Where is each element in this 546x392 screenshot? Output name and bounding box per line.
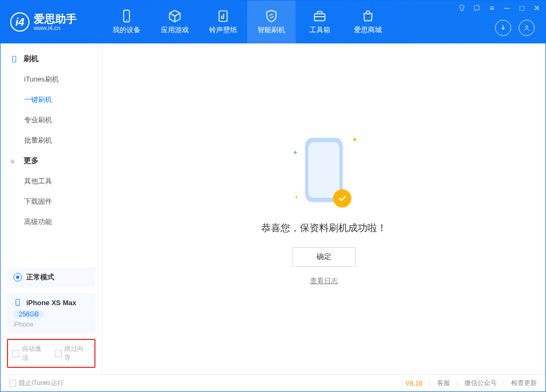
logo-title: 爱思助手 (34, 13, 77, 25)
phone-icon (120, 9, 134, 23)
nav-smart-flash[interactable]: 智能刷机 (247, 1, 296, 43)
sparkle-icon: + (294, 193, 299, 201)
version-label: V8.16 (405, 380, 422, 387)
maximize-button[interactable]: □ (517, 3, 527, 13)
options-box: 自动激活 跳过向导 (7, 339, 95, 368)
sidebar-item-batch-flash[interactable]: 批量刷机 (1, 130, 102, 151)
sidebar-item-oneclick-flash[interactable]: 一键刷机 (1, 90, 102, 110)
customer-service-link[interactable]: 客服 (437, 379, 450, 388)
shield-refresh-icon (264, 9, 278, 23)
feedback-icon[interactable] (471, 3, 482, 13)
success-illustration: ✦ ✦ + (300, 132, 348, 213)
nav-label: 铃声壁纸 (209, 25, 237, 35)
device-box[interactable]: iPhone XS Max 256GB iPhone (7, 293, 95, 334)
bag-icon (361, 9, 375, 23)
section-title: 刷机 (24, 54, 39, 64)
sidebar-item-itunes-flash[interactable]: iTunes刷机 (1, 69, 102, 90)
svg-point-1 (126, 20, 127, 21)
user-icon (522, 24, 531, 32)
sparkle-icon: ✦ (352, 136, 358, 144)
sidebar: 刷机 iTunes刷机 一键刷机 专业刷机 批量刷机 ≡ 更多 其他工具 下载固… (1, 43, 102, 374)
sidebar-item-pro-flash[interactable]: 专业刷机 (1, 110, 102, 130)
download-button[interactable] (495, 20, 511, 36)
list-icon: ≡ (10, 157, 18, 165)
section-title: 更多 (24, 156, 39, 166)
sidebar-section-more: ≡ 更多 (1, 151, 102, 171)
mode-box[interactable]: 正常模式 (7, 267, 95, 287)
close-button[interactable]: ✕ (532, 3, 542, 13)
top-nav: 我的设备 应用游戏 铃声壁纸 智能刷机 工具箱 爱思商城 (102, 1, 392, 43)
checkbox-icon (12, 350, 19, 357)
checkbox-label: 自动激活 (22, 344, 48, 363)
sidebar-item-other-tools[interactable]: 其他工具 (1, 171, 102, 191)
phone-screen-icon (308, 142, 340, 198)
skip-guide-checkbox[interactable]: 跳过向导 (55, 344, 91, 363)
nav-ringtones[interactable]: 铃声壁纸 (199, 1, 247, 43)
logo: i4 爱思助手 www.i4.cn (1, 12, 102, 32)
nav-apps[interactable]: 应用游戏 (151, 1, 199, 43)
mode-indicator-icon (13, 273, 22, 282)
download-icon (499, 24, 507, 32)
svg-point-8 (17, 304, 18, 305)
window-controls: ≡ ─ □ ✕ (456, 3, 542, 13)
cube-icon (168, 9, 182, 23)
main-content: ✦ ✦ + 恭喜您，保资料刷机成功啦！ 确定 查看日志 (102, 43, 545, 374)
nav-label: 爱思商城 (354, 25, 382, 35)
checkbox-icon (55, 350, 62, 357)
footer-right: V8.16 | 客服 | 微信公众号 | 检查更新 (405, 379, 537, 388)
sidebar-item-advanced[interactable]: 高级功能 (1, 212, 102, 232)
device-storage: 256GB (13, 310, 44, 319)
check-badge-icon (333, 189, 351, 208)
success-message: 恭喜您，保资料刷机成功啦！ (261, 221, 387, 234)
nav-toolbox[interactable]: 工具箱 (296, 1, 344, 43)
music-file-icon (216, 9, 230, 23)
logo-icon: i4 (10, 12, 29, 32)
nav-label: 工具箱 (309, 25, 330, 35)
sidebar-section-flash: 刷机 (1, 49, 102, 69)
check-update-link[interactable]: 检查更新 (511, 379, 537, 388)
wechat-link[interactable]: 微信公众号 (464, 379, 497, 388)
sidebar-item-download-firmware[interactable]: 下载固件 (1, 191, 102, 212)
body-area: 刷机 iTunes刷机 一键刷机 专业刷机 批量刷机 ≡ 更多 其他工具 下载固… (1, 43, 545, 374)
auto-activate-checkbox[interactable]: 自动激活 (12, 344, 48, 363)
footer: 阻止iTunes运行 V8.16 | 客服 | 微信公众号 | 检查更新 (1, 374, 545, 391)
app-window: i4 爱思助手 www.i4.cn 我的设备 应用游戏 铃声壁纸 智能刷机 (0, 0, 546, 392)
menu-icon[interactable]: ≡ (486, 3, 497, 13)
nav-label: 应用游戏 (161, 25, 189, 35)
phone-small-icon (13, 298, 22, 307)
logo-text: 爱思助手 www.i4.cn (34, 13, 77, 31)
device-type: iPhone (13, 321, 89, 328)
logo-subtitle: www.i4.cn (34, 25, 77, 31)
device-name: iPhone XS Max (26, 299, 76, 307)
profile-button[interactable] (519, 20, 535, 36)
checkbox-icon (9, 380, 16, 387)
sidebar-list: 刷机 iTunes刷机 一键刷机 专业刷机 批量刷机 ≡ 更多 其他工具 下载固… (1, 43, 102, 262)
toolbox-icon (313, 9, 327, 23)
sparkle-icon: ✦ (292, 149, 298, 157)
svg-rect-6 (12, 56, 16, 62)
titlebar: i4 爱思助手 www.i4.cn 我的设备 应用游戏 铃声壁纸 智能刷机 (1, 1, 545, 43)
header-right-icons (495, 20, 535, 36)
skin-icon[interactable] (456, 3, 467, 13)
view-log-link[interactable]: 查看日志 (310, 276, 338, 286)
sidebar-bottom: 正常模式 iPhone XS Max 256GB iPhone 自动激活 (1, 262, 102, 374)
svg-rect-2 (219, 11, 227, 21)
svg-rect-3 (314, 14, 325, 21)
checkbox-label: 跳过向导 (64, 344, 90, 363)
svg-rect-5 (474, 5, 479, 10)
nav-label: 我的设备 (113, 25, 141, 35)
device-icon (10, 55, 18, 63)
minimize-button[interactable]: ─ (501, 3, 512, 13)
block-itunes-checkbox[interactable]: 阻止iTunes运行 (9, 379, 64, 388)
confirm-button[interactable]: 确定 (292, 247, 356, 267)
nav-my-device[interactable]: 我的设备 (102, 1, 151, 43)
mode-label: 正常模式 (26, 272, 54, 282)
nav-store[interactable]: 爱思商城 (344, 1, 392, 43)
checkbox-label: 阻止iTunes运行 (19, 379, 64, 388)
nav-label: 智能刷机 (257, 25, 285, 35)
svg-point-4 (526, 26, 528, 28)
